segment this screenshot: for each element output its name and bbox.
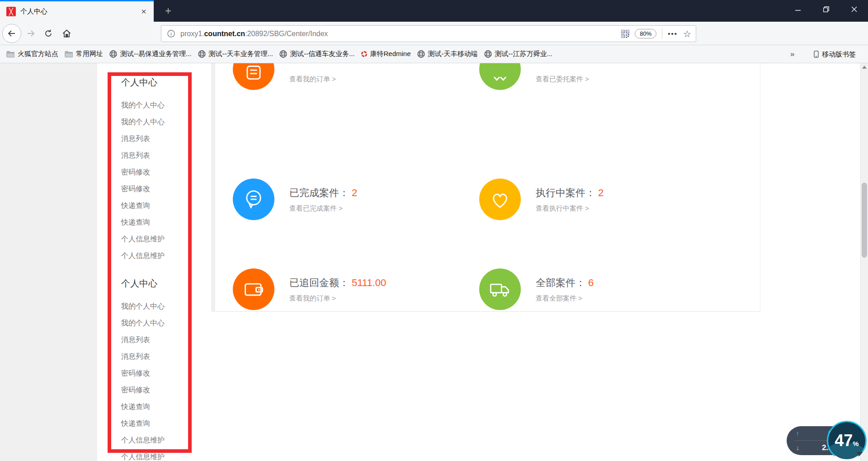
- sidebar-menu: 个人中心我的个人中心我的个人中心消息列表消息列表密码修改密码修改快递查询快递查询…: [0, 63, 211, 461]
- bookmark-item[interactable]: 火狐官方站点: [6, 50, 58, 58]
- stat-value: 6: [588, 277, 594, 288]
- window-controls: [784, 0, 868, 18]
- scrollbar-up-arrow-icon[interactable]: [862, 66, 867, 69]
- stat-card-text: 已追回金额：5111.00查看我的订单 >: [289, 268, 386, 310]
- new-tab-button[interactable]: +: [159, 0, 177, 22]
- stat-link[interactable]: 查看执行中案件 >: [536, 204, 604, 213]
- site-info-icon[interactable]: [167, 30, 175, 38]
- bookmark-item[interactable]: 测试-天丰移动端: [417, 50, 478, 58]
- face-circle: [479, 63, 521, 90]
- wallet-icon: [242, 278, 265, 301]
- card-row: 已完成案件：2查看已完成案件 >执行中案件：2查看执行中案件 >: [215, 179, 760, 220]
- bookmark-item[interactable]: 常用网址: [65, 50, 103, 58]
- tab-close-icon[interactable]: ✕: [137, 5, 150, 18]
- bookmark-label: 移动版书签: [822, 50, 856, 59]
- sidebar-item[interactable]: 消息列表: [121, 147, 207, 164]
- bookmarks-overflow-button[interactable]: »: [790, 45, 794, 63]
- phone-icon: [814, 51, 819, 58]
- site-favicon-icon: ╳: [6, 7, 16, 16]
- sidebar-item[interactable]: 消息列表: [121, 130, 207, 147]
- bookmark-item[interactable]: 测试--信通车友业务...: [279, 50, 355, 58]
- stat-label-text: 已完成案件：: [289, 187, 349, 198]
- reload-button[interactable]: [40, 24, 57, 42]
- bookmark-label: 康特Redmine: [370, 50, 411, 58]
- stat-card-text: 查看我的订单 >: [289, 63, 336, 90]
- download-arrow-icon: ↓: [796, 444, 805, 452]
- bookmark-item-mobile[interactable]: 移动版书签: [814, 45, 856, 63]
- forward-button[interactable]: [23, 24, 38, 42]
- stat-link[interactable]: 查看已完成案件 >: [289, 204, 357, 213]
- stat-label: 全部案件：6: [536, 276, 594, 290]
- redmine-icon: [361, 51, 367, 57]
- sidebar-item[interactable]: 快递查询: [121, 214, 207, 230]
- stat-card: 已追回金额：5111.00查看我的订单 >: [233, 268, 386, 310]
- sidebar-item[interactable]: 快递查询: [121, 415, 207, 432]
- page-actions-icon[interactable]: •••: [668, 30, 678, 38]
- bookmark-star-icon[interactable]: ☆: [683, 28, 691, 39]
- sidebar-main-divider: [211, 63, 215, 312]
- navigation-toolbar: proxy1.countnet.cn:20892/SBG/Center/Inde…: [0, 22, 868, 45]
- restore-button[interactable]: [812, 0, 840, 18]
- stat-card: 执行中案件：2查看执行中案件 >: [479, 179, 604, 220]
- stat-link[interactable]: 查看我的订单 >: [289, 75, 336, 84]
- close-window-button[interactable]: [840, 0, 868, 18]
- url-text[interactable]: proxy1.countnet.cn:20892/SBG/Center/Inde…: [180, 30, 621, 38]
- sidebar-item[interactable]: 密码修改: [121, 365, 207, 381]
- wallet-circle: [233, 268, 274, 310]
- home-button[interactable]: [58, 24, 75, 42]
- stat-link[interactable]: 查看我的订单 >: [289, 294, 386, 303]
- url-bar[interactable]: proxy1.countnet.cn:20892/SBG/Center/Inde…: [161, 25, 696, 42]
- tab-bar: ╳ 个人中心 ✕ +: [0, 0, 868, 22]
- tab-title: 个人中心: [20, 7, 137, 16]
- dashboard-panel: 查看我的订单 >查看已委托案件 >已完成案件：2查看已完成案件 >执行中案件：2…: [215, 63, 760, 312]
- stat-label: 已追回金额：5111.00: [289, 276, 386, 290]
- sidebar-item-list: 我的个人中心我的个人中心消息列表消息列表密码修改密码修改快递查询快递查询个人信息…: [121, 298, 207, 461]
- bookmark-item[interactable]: 康特Redmine: [361, 50, 411, 58]
- sidebar-item-list: 我的个人中心我的个人中心消息列表消息列表密码修改密码修改快递查询快递查询个人信息…: [121, 97, 207, 264]
- globe-icon: [484, 50, 492, 58]
- stat-card: 已完成案件：2查看已完成案件 >: [233, 179, 357, 220]
- stat-value: 5111.00: [352, 277, 386, 288]
- sidebar-section-title: 个人中心: [121, 277, 207, 290]
- bookmark-label: 测试--天丰业务管理...: [209, 50, 274, 58]
- bookmark-item[interactable]: 测试--易保通业务管理...: [109, 50, 192, 58]
- scrollbar-thumb[interactable]: [862, 183, 867, 258]
- sidebar-item[interactable]: 我的个人中心: [121, 113, 207, 130]
- page-content: 个人中心我的个人中心我的个人中心消息列表消息列表密码修改密码修改快递查询快递查询…: [0, 63, 868, 461]
- sidebar-item[interactable]: 个人信息维护: [121, 432, 207, 448]
- sidebar-item[interactable]: 消息列表: [121, 348, 207, 365]
- back-button[interactable]: [2, 24, 21, 43]
- sidebar-item[interactable]: 个人信息维护: [121, 448, 207, 461]
- globe-icon: [109, 50, 117, 58]
- sidebar-item[interactable]: 消息列表: [121, 331, 207, 348]
- stat-link[interactable]: 查看已委托案件 >: [536, 75, 589, 84]
- active-tab[interactable]: ╳ 个人中心 ✕: [0, 0, 154, 22]
- widget-collapse-chevron-icon[interactable]: [856, 452, 863, 456]
- stat-card-text: 查看已委托案件 >: [536, 63, 589, 90]
- sidebar-item[interactable]: 密码修改: [121, 164, 207, 180]
- bookmark-label: 测试-天丰移动端: [428, 50, 478, 58]
- sidebar-item[interactable]: 快递查询: [121, 197, 207, 214]
- heart-circle: [479, 179, 521, 220]
- url-prefix: proxy1.: [180, 30, 204, 38]
- sidebar-item[interactable]: 密码修改: [121, 381, 207, 398]
- minimize-button[interactable]: [784, 0, 812, 18]
- bookmark-item[interactable]: 测试--江苏万舜业...: [484, 50, 553, 58]
- heart-icon: [488, 188, 512, 211]
- sidebar-item[interactable]: 快递查询: [121, 398, 207, 415]
- sidebar-section-title: 个人中心: [121, 76, 207, 89]
- stat-link[interactable]: 查看全部案件 >: [536, 294, 594, 303]
- sidebar-item[interactable]: 密码修改: [121, 180, 207, 197]
- truck-icon: [488, 278, 512, 301]
- zoom-level-badge[interactable]: 80%: [635, 29, 656, 38]
- bookmark-item[interactable]: 测试--天丰业务管理...: [198, 50, 274, 58]
- stat-card-text: 执行中案件：2查看执行中案件 >: [536, 179, 604, 220]
- sidebar-item[interactable]: 我的个人中心: [121, 315, 207, 331]
- sidebar-item[interactable]: 个人信息维护: [121, 230, 207, 247]
- qr-code-icon[interactable]: [621, 30, 629, 38]
- sidebar-item[interactable]: 我的个人中心: [121, 298, 207, 315]
- sidebar-item[interactable]: 我的个人中心: [121, 97, 207, 113]
- sidebar-item[interactable]: 个人信息维护: [121, 247, 207, 264]
- page-scrollbar[interactable]: [860, 63, 868, 461]
- browser-window: ╳ 个人中心 ✕ +: [0, 0, 868, 461]
